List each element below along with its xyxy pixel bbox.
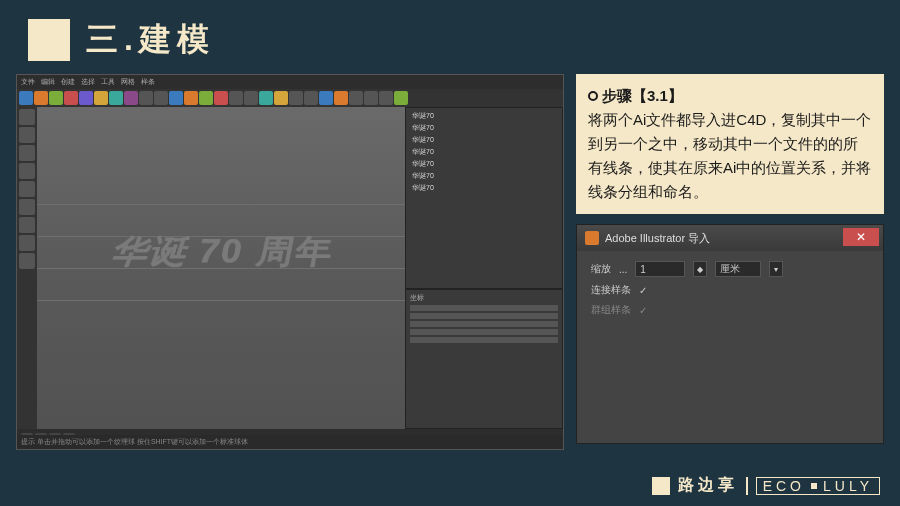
checkbox-checked-icon[interactable]: ✓: [639, 285, 647, 296]
toolbar-icon[interactable]: [139, 91, 153, 105]
footer-brand-en: ECO LULY: [756, 477, 880, 495]
checkbox-checked-icon[interactable]: ✓: [639, 305, 647, 316]
tool-icon[interactable]: [19, 181, 35, 197]
object-item[interactable]: 华诞70: [408, 146, 560, 158]
toolbar-icon[interactable]: [319, 91, 333, 105]
viewport-3d-text: 华诞 70 周年: [108, 230, 334, 274]
connect-row: 连接样条 ✓: [591, 283, 869, 297]
footer-divider: [746, 477, 748, 495]
slide-title: 三.建模: [86, 18, 215, 62]
object-item[interactable]: 华诞70: [408, 170, 560, 182]
dialog-title: Adobe Illustrator 导入: [605, 231, 710, 246]
dialog-titlebar[interactable]: Adobe Illustrator 导入 ✕: [577, 225, 883, 251]
object-item[interactable]: 华诞70: [408, 110, 560, 122]
close-button[interactable]: ✕: [843, 228, 879, 246]
toolbar-icon[interactable]: [379, 91, 393, 105]
slide-header: 三.建模: [0, 0, 900, 74]
c4d-statusbar: 提示 单击并拖动可以添加一个纹理球 按住SHIFT键可以添加一个标准球体: [17, 435, 563, 449]
toolbar-icon[interactable]: [64, 91, 78, 105]
toolbar-icon[interactable]: [364, 91, 378, 105]
attr-value-bar[interactable]: [410, 329, 558, 335]
toolbar-icon[interactable]: [334, 91, 348, 105]
menu-item[interactable]: 工具: [101, 77, 115, 87]
dialog-body: 缩放 ... ◆ 厘米 ▾ 连接样条 ✓ 群组样条 ✓: [577, 251, 883, 333]
tool-icon[interactable]: [19, 253, 35, 269]
bullet-icon: [588, 91, 598, 101]
footer-brand-cn: 路边享: [678, 475, 738, 496]
toolbar-icon[interactable]: [259, 91, 273, 105]
menu-item[interactable]: 选择: [81, 77, 95, 87]
c4d-window: 文件 编辑 创建 选择 工具 网格 样条: [16, 74, 564, 450]
object-item[interactable]: 华诞70: [408, 134, 560, 146]
menu-item[interactable]: 文件: [21, 77, 35, 87]
c4d-right-panels: 华诞70 华诞70 华诞70 华诞70 华诞70 华诞70 华诞70 坐标: [405, 107, 563, 429]
toolbar-icon[interactable]: [19, 91, 33, 105]
toolbar-icon[interactable]: [109, 91, 123, 105]
content-area: 文件 编辑 创建 选择 工具 网格 样条: [0, 74, 900, 450]
toolbar-icon[interactable]: [199, 91, 213, 105]
tool-icon[interactable]: [19, 217, 35, 233]
toolbar-icon[interactable]: [289, 91, 303, 105]
c4d-body: 华诞 70 周年 华诞70 华诞70 华诞70 华诞70 华诞70 华诞70 华…: [17, 107, 563, 429]
object-item[interactable]: 华诞70: [408, 158, 560, 170]
slide-footer: 路边享 ECO LULY: [652, 475, 880, 496]
c4d-left-tools: [17, 107, 37, 429]
unit-select[interactable]: 厘米: [715, 261, 761, 277]
scale-label: 缩放: [591, 262, 611, 276]
tool-icon[interactable]: [19, 199, 35, 215]
tool-icon[interactable]: [19, 235, 35, 251]
object-item[interactable]: 华诞70: [408, 182, 560, 194]
illustrator-icon: [585, 231, 599, 245]
toolbar-icon[interactable]: [304, 91, 318, 105]
c4d-menubar[interactable]: 文件 编辑 创建 选择 工具 网格 样条: [17, 75, 563, 89]
toolbar-icon[interactable]: [49, 91, 63, 105]
dot-icon: [811, 483, 817, 489]
tool-icon[interactable]: [19, 163, 35, 179]
toolbar-icon[interactable]: [274, 91, 288, 105]
right-column: 步骤【3.1】 将两个Ai文件都导入进C4D，复制其中一个到另一个之中，移动其中…: [576, 74, 884, 450]
note-title: 步骤【3.1】: [588, 84, 872, 108]
group-label: 群组样条: [591, 303, 631, 317]
attr-value-bar[interactable]: [410, 313, 558, 319]
toolbar-icon[interactable]: [34, 91, 48, 105]
note-body: 将两个Ai文件都导入进C4D，复制其中一个到另一个之中，移动其中一个文件的的所有…: [588, 108, 872, 204]
toolbar-icon[interactable]: [169, 91, 183, 105]
menu-item[interactable]: 样条: [141, 77, 155, 87]
toolbar-icon[interactable]: [94, 91, 108, 105]
toolbar-icon[interactable]: [349, 91, 363, 105]
object-item[interactable]: 华诞70: [408, 122, 560, 134]
tool-icon[interactable]: [19, 145, 35, 161]
stepper-icon[interactable]: ◆: [693, 261, 707, 277]
status-text: 提示 单击并拖动可以添加一个纹理球 按住SHIFT键可以添加一个标准球体: [21, 437, 248, 447]
close-icon: ✕: [856, 230, 866, 244]
attr-label: 坐标: [410, 293, 424, 303]
menu-item[interactable]: 创建: [61, 77, 75, 87]
toolbar-icon[interactable]: [124, 91, 138, 105]
chevron-down-icon[interactable]: ▾: [769, 261, 783, 277]
menu-item[interactable]: 网格: [121, 77, 135, 87]
toolbar-icon[interactable]: [214, 91, 228, 105]
toolbar-icon[interactable]: [79, 91, 93, 105]
toolbar-icon[interactable]: [394, 91, 408, 105]
object-manager[interactable]: 华诞70 华诞70 华诞70 华诞70 华诞70 华诞70 华诞70: [405, 107, 563, 289]
attr-value-bar[interactable]: [410, 337, 558, 343]
attr-value-bar[interactable]: [410, 321, 558, 327]
tool-icon[interactable]: [19, 109, 35, 125]
step-label: 步骤【3.1】: [602, 84, 683, 108]
footer-square-icon: [652, 477, 670, 495]
ai-import-dialog: Adobe Illustrator 导入 ✕ 缩放 ... ◆ 厘米 ▾ 连接样…: [576, 224, 884, 444]
toolbar-icon[interactable]: [184, 91, 198, 105]
toolbar-icon[interactable]: [229, 91, 243, 105]
toolbar-icon[interactable]: [244, 91, 258, 105]
menu-item[interactable]: 编辑: [41, 77, 55, 87]
attribute-manager[interactable]: 坐标: [405, 289, 563, 429]
scale-row: 缩放 ... ◆ 厘米 ▾: [591, 261, 869, 277]
header-accent-square: [28, 19, 70, 61]
toolbar-icon[interactable]: [154, 91, 168, 105]
scale-input[interactable]: [635, 261, 685, 277]
attr-value-bar[interactable]: [410, 305, 558, 311]
tool-icon[interactable]: [19, 127, 35, 143]
c4d-toolbar: [17, 89, 563, 107]
c4d-viewport[interactable]: 华诞 70 周年: [37, 107, 405, 429]
footer-eco: ECO: [763, 478, 805, 494]
